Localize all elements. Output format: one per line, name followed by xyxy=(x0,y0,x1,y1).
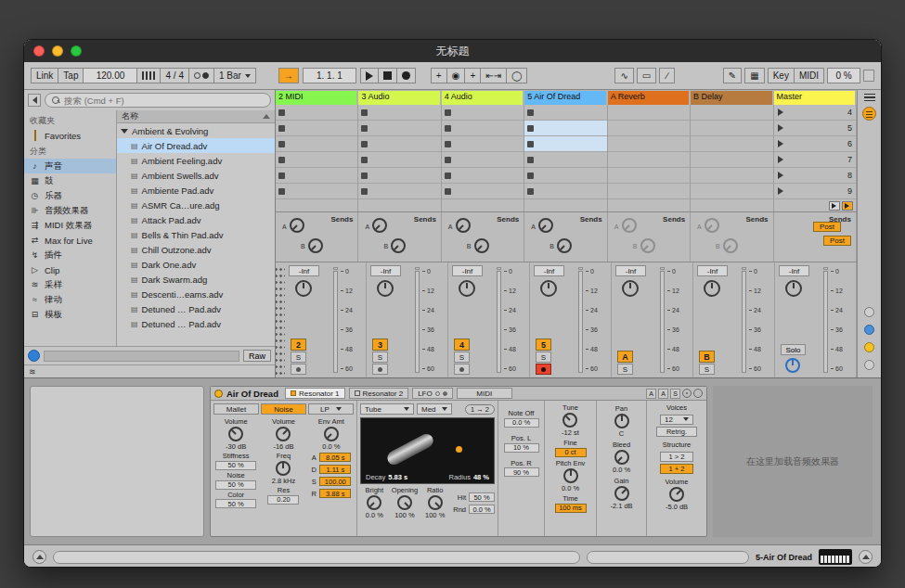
clip-slot[interactable] xyxy=(276,168,357,184)
mini-keyboard-widget[interactable] xyxy=(819,549,852,565)
send-a-knob[interactable] xyxy=(290,218,304,233)
stop-button[interactable] xyxy=(379,68,397,83)
color-slider[interactable]: 50 % xyxy=(215,499,256,508)
volume-display[interactable]: -Inf xyxy=(615,265,646,276)
freq-knob[interactable] xyxy=(276,461,291,476)
tab-resonator-2[interactable]: Resonator 2 xyxy=(349,388,409,399)
solo-button[interactable]: S xyxy=(699,364,715,375)
io-toggle-icon[interactable] xyxy=(862,107,876,121)
track-header[interactable]: 2 MIDI xyxy=(276,91,356,105)
pencil-button[interactable]: ✎ xyxy=(723,68,742,83)
audio-effect-drop-zone[interactable]: 在这里加载音频效果器 xyxy=(713,386,873,537)
param-value[interactable]: 2.8 kHz xyxy=(272,477,295,485)
stop-cell[interactable] xyxy=(358,199,441,211)
pos-r-slider[interactable]: 90 % xyxy=(504,467,539,477)
scene-slot[interactable]: 5 xyxy=(774,121,856,136)
empty-slot[interactable] xyxy=(608,136,690,152)
record-button[interactable] xyxy=(397,68,416,83)
capture-midi-button[interactable]: ◉ xyxy=(447,68,466,83)
param-value[interactable]: -2.1 dB xyxy=(610,502,632,510)
browser-category-item[interactable]: ≈ 律动 xyxy=(24,292,116,307)
play-button[interactable] xyxy=(360,68,379,83)
device-activator-button[interactable] xyxy=(214,390,223,398)
browser-category-item[interactable]: ⇄ Max for Live xyxy=(24,233,116,248)
empty-slot[interactable] xyxy=(691,152,772,168)
save-preset-icon[interactable] xyxy=(693,389,703,398)
cue-volume-knob[interactable] xyxy=(785,358,800,373)
browser-category-item[interactable]: ↯ 插件 xyxy=(24,248,116,262)
send-b-knob[interactable] xyxy=(391,238,406,253)
track-activator[interactable]: 2 xyxy=(291,339,306,351)
pos-l-slider[interactable]: 10 % xyxy=(504,443,539,453)
follow-button[interactable]: → xyxy=(278,68,299,83)
fine-slider[interactable]: 0 ct xyxy=(555,448,587,457)
nudge-buttons[interactable] xyxy=(137,68,161,83)
file-item[interactable]: ▤ Dark Swarm.adg xyxy=(117,272,275,287)
send-b-knob[interactable] xyxy=(640,238,655,253)
browser-category-item[interactable]: ▦ 鼓 xyxy=(24,173,116,188)
scene-play-icon[interactable] xyxy=(778,187,783,195)
browser-category-item[interactable]: ▷ Clip xyxy=(24,262,116,277)
track-header[interactable]: Master xyxy=(774,91,855,105)
preview-play-button[interactable] xyxy=(28,350,40,362)
empty-slot[interactable] xyxy=(608,168,690,184)
mixer-toggle-icon[interactable] xyxy=(864,307,874,317)
arm-button[interactable] xyxy=(291,364,306,375)
send-b-knob[interactable] xyxy=(723,238,738,253)
param-value[interactable]: 0.0 % xyxy=(613,466,630,474)
param-value[interactable]: 0.0 % xyxy=(562,484,579,492)
scene-slot[interactable]: 9 xyxy=(774,184,856,199)
decay-env-value[interactable]: 1.11 s xyxy=(319,465,351,474)
retrigger-button[interactable]: Retrig. xyxy=(656,427,697,437)
filter-type-menu[interactable]: LP xyxy=(308,403,354,415)
quality-menu[interactable]: Med xyxy=(417,403,452,415)
browser-category-item[interactable]: ⊪ 音频效果器 xyxy=(24,203,116,218)
clip-detail-panel[interactable] xyxy=(30,386,204,537)
env-amt-knob[interactable] xyxy=(324,427,339,441)
clip-slot[interactable] xyxy=(442,121,524,136)
pitch-env-knob[interactable] xyxy=(563,468,578,483)
scene-play-icon[interactable] xyxy=(778,124,783,132)
gain-knob[interactable] xyxy=(614,486,629,501)
send-a-knob[interactable] xyxy=(705,218,719,233)
opening-knob[interactable] xyxy=(397,495,412,510)
empty-slot[interactable] xyxy=(608,184,690,199)
empty-slot[interactable] xyxy=(608,105,690,121)
resonator-type-menu[interactable]: Tube xyxy=(360,403,414,415)
clip-slot[interactable] xyxy=(442,152,524,168)
clip-slot-highlighted[interactable] xyxy=(524,121,606,136)
clip-slot[interactable] xyxy=(358,136,440,152)
arm-button[interactable] xyxy=(372,364,388,375)
search-box[interactable] xyxy=(45,93,271,108)
metronome-button[interactable] xyxy=(189,68,214,83)
file-item[interactable]: ▤ Descenti…eams.adv xyxy=(117,287,275,301)
clip-slot[interactable] xyxy=(442,184,524,199)
bleed-knob[interactable] xyxy=(614,450,629,465)
volume-display[interactable]: -Inf xyxy=(534,265,564,276)
volume-display[interactable]: -Inf xyxy=(370,265,401,276)
stop-cell[interactable] xyxy=(691,199,773,211)
loop-button[interactable]: ◯ xyxy=(507,68,527,83)
param-value[interactable]: 0.0 % xyxy=(322,442,340,451)
clip-slot[interactable] xyxy=(358,105,440,121)
fade-button[interactable]: ∕ xyxy=(659,68,675,83)
scene-play-icon[interactable] xyxy=(778,156,783,163)
empty-slot[interactable] xyxy=(608,152,690,168)
file-item[interactable]: ▤ Ambiente Pad.adv xyxy=(117,183,275,198)
show-detail-button[interactable] xyxy=(859,550,873,564)
link-1-2-button[interactable]: 1 → 2 xyxy=(465,404,495,415)
hit-slider[interactable]: 50 % xyxy=(469,492,495,502)
browser-category-item[interactable]: ⊟ 模板 xyxy=(24,307,116,322)
volume-display[interactable]: -Inf xyxy=(779,265,809,276)
quantize-menu[interactable]: 1 Bar xyxy=(214,68,256,83)
file-item[interactable]: ▤ Air Of Dread.adv xyxy=(117,138,275,153)
automation-arm-button[interactable]: + xyxy=(465,68,481,83)
send-b-knob[interactable] xyxy=(474,238,489,253)
solo-button[interactable]: S xyxy=(536,352,551,363)
zoom-button[interactable] xyxy=(71,45,82,57)
browser-category-item[interactable]: ◷ 乐器 xyxy=(24,188,116,203)
track-activator[interactable]: A xyxy=(617,351,633,363)
rnd-slider[interactable]: 0.0 % xyxy=(469,505,495,514)
track-header[interactable]: 4 Audio xyxy=(442,91,523,105)
close-button[interactable] xyxy=(33,45,45,57)
